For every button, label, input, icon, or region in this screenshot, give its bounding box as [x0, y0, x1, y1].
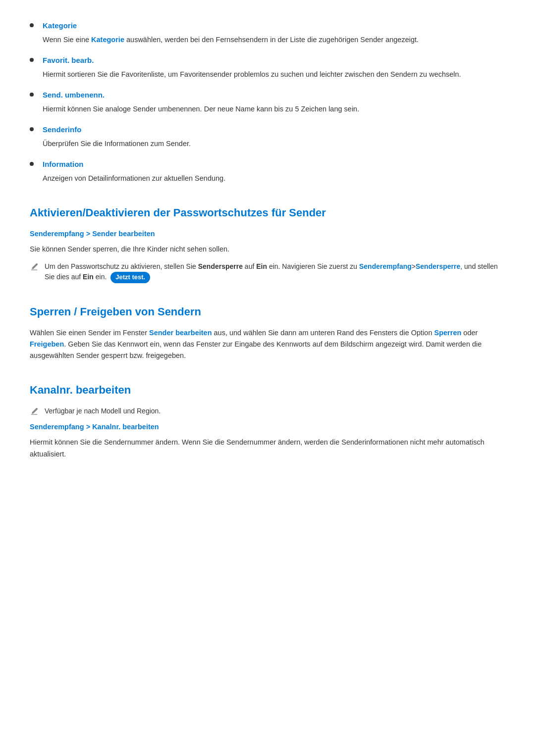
bullet-content-senderinfo: Senderinfo Überprüfen Sie die Informatio…	[43, 124, 505, 150]
breadcrumb-part1-passwortschutz[interactable]: Senderempfang	[30, 230, 84, 238]
bullet-title-favorit-bearb[interactable]: Favorit. bearb.	[43, 54, 505, 66]
list-item-information: Information Anzeigen von Detailinformati…	[30, 158, 505, 184]
note-text-passwortschutz: Um den Passwortschutz zu aktivieren, ste…	[45, 261, 505, 283]
bullet-dot	[30, 127, 34, 131]
bullet-content-kategorie: Kategorie Wenn Sie eine Kategorie auswäh…	[43, 20, 505, 46]
list-item-favorit-bearb: Favorit. bearb. Hiermit sortieren Sie di…	[30, 54, 505, 80]
bullet-content-information: Information Anzeigen von Detailinformati…	[43, 158, 505, 184]
breadcrumb-passwortschutz: Senderempfang > Sender bearbeiten	[30, 228, 505, 240]
section-heading-kanalnr: Kanalnr. bearbeiten	[30, 381, 505, 399]
link-sender-bearbeiten[interactable]: Sender bearbeiten	[149, 329, 212, 337]
bullet-desc-information: Anzeigen von Detailinformationen zur akt…	[43, 174, 225, 182]
bullet-desc-send-umbenenn: Hiermit können Sie analoge Sender umbene…	[43, 105, 359, 113]
bullet-title-senderinfo[interactable]: Senderinfo	[43, 124, 505, 136]
bullet-desc-senderinfo: Überprüfen Sie die Informationen zum Sen…	[43, 140, 191, 148]
bullet-content-send-umbenenn: Send. umbenenn. Hiermit können Sie analo…	[43, 89, 505, 115]
link-kategorie[interactable]: Kategorie	[91, 36, 124, 44]
bullet-desc-kategorie: Wenn Sie eine Kategorie auswählen, werde…	[43, 36, 419, 44]
note-text-kanalnr: Verfügbar je nach Modell und Region.	[45, 406, 505, 417]
note-row-passwortschutz: Um den Passwortschutz zu aktivieren, ste…	[30, 261, 505, 283]
note-row-kanalnr: Verfügbar je nach Modell und Region.	[30, 406, 505, 417]
bullet-content-favorit-bearb: Favorit. bearb. Hiermit sortieren Sie di…	[43, 54, 505, 80]
pencil-icon	[30, 262, 39, 271]
bullet-list: Kategorie Wenn Sie eine Kategorie auswäh…	[30, 20, 505, 184]
bullet-dot	[30, 23, 34, 27]
breadcrumb-part2-kanalnr[interactable]: Kanalnr. bearbeiten	[92, 423, 159, 431]
breadcrumb-separator-passwortschutz: >	[86, 230, 93, 238]
bullet-dot	[30, 58, 34, 62]
section-heading-sperren: Sperren / Freigeben von Sendern	[30, 303, 505, 320]
breadcrumb-kanalnr: Senderempfang > Kanalnr. bearbeiten	[30, 421, 505, 433]
list-item-kategorie: Kategorie Wenn Sie eine Kategorie auswäh…	[30, 20, 505, 46]
section-body-passwortschutz: Sie können Sender sperren, die Ihre Kind…	[30, 244, 505, 255]
list-item-send-umbenenn: Send. umbenenn. Hiermit können Sie analo…	[30, 89, 505, 115]
link-freigeben[interactable]: Freigeben	[30, 340, 64, 348]
pencil-icon-kanalnr	[30, 407, 39, 416]
bullet-title-information[interactable]: Information	[43, 158, 505, 170]
list-item-senderinfo: Senderinfo Überprüfen Sie die Informatio…	[30, 124, 505, 150]
bullet-title-kategorie[interactable]: Kategorie	[43, 20, 505, 32]
section-body-kanalnr: Hiermit können Sie die Sendernummer ände…	[30, 437, 505, 459]
bullet-dot	[30, 162, 34, 166]
breadcrumb-separator-kanalnr: >	[86, 423, 93, 431]
bullet-title-send-umbenenn[interactable]: Send. umbenenn.	[43, 89, 505, 101]
breadcrumb-part1-kanalnr[interactable]: Senderempfang	[30, 423, 84, 431]
link-sendersperre[interactable]: Sendersperre	[416, 262, 460, 270]
bullet-dot	[30, 93, 34, 97]
bullet-desc-favorit-bearb: Hiermit sortieren Sie die Favoritenliste…	[43, 70, 461, 78]
jetzt-test-badge[interactable]: Jetzt test.	[110, 272, 150, 283]
bold-ein-1: Ein	[256, 262, 267, 270]
bold-ein-2: Ein	[83, 273, 94, 281]
section-body-sperren: Wählen Sie einen Sender im Fenster Sende…	[30, 327, 505, 362]
section-heading-passwortschutz: Aktivieren/Deaktivieren der Passwortschu…	[30, 204, 505, 221]
breadcrumb-part2-passwortschutz[interactable]: Sender bearbeiten	[92, 230, 155, 238]
link-senderempfang[interactable]: Senderempfang	[359, 262, 412, 270]
link-sperren[interactable]: Sperren	[434, 329, 462, 337]
bold-sendersperre: Sendersperre	[198, 262, 243, 270]
